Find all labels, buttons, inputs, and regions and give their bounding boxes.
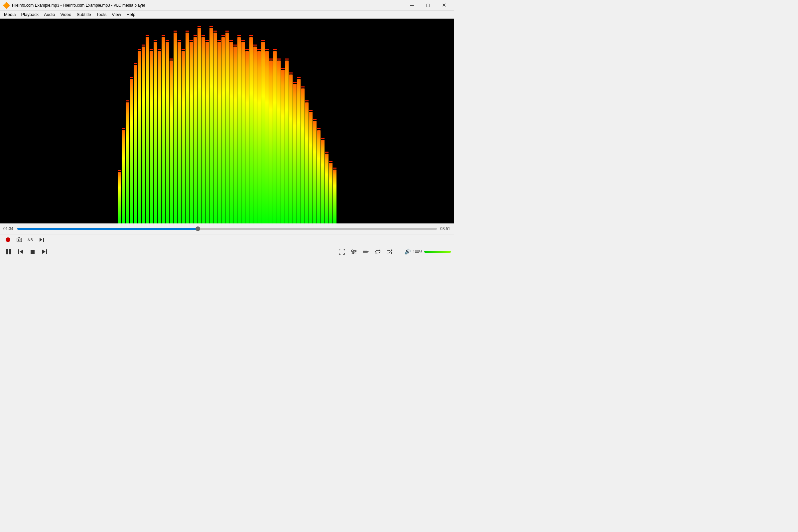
volume-label: 100% — [413, 250, 422, 254]
time-total: 03:51 — [440, 226, 451, 231]
spectrum-bar-26 — [222, 37, 225, 224]
skip-forward-icon — [41, 249, 48, 254]
spectrum-bar-45 — [297, 79, 301, 224]
spectrum-bar-3 — [130, 79, 133, 224]
loop-button[interactable] — [373, 247, 383, 256]
record-icon — [6, 238, 10, 242]
controls-row1: A B — [0, 234, 454, 245]
volume-bar-filled — [424, 251, 451, 253]
random-button[interactable] — [384, 247, 395, 256]
loop-icon — [375, 249, 381, 254]
spectrum-bar-30 — [238, 37, 241, 224]
menu-tools[interactable]: Tools — [94, 11, 109, 18]
spectrum-bar-11 — [162, 37, 165, 224]
menu-audio[interactable]: Audio — [41, 11, 58, 18]
svg-rect-2 — [18, 238, 20, 238]
svg-marker-23 — [367, 251, 369, 253]
spectrum-bar-34 — [253, 46, 257, 224]
spectrum-bar-14 — [174, 33, 177, 224]
spectrum-bar-44 — [293, 84, 297, 224]
svg-rect-6 — [43, 238, 44, 242]
skip-forward-button[interactable] — [39, 247, 50, 256]
playlist-button[interactable] — [360, 247, 371, 256]
spectrum-bar-50 — [317, 130, 321, 224]
spectrum-bar-37 — [265, 51, 269, 224]
seek-bar-filled — [17, 228, 198, 230]
snapshot-icon — [17, 237, 22, 242]
spectrum-bar-33 — [249, 37, 253, 224]
spectrum-bar-52 — [325, 154, 328, 224]
snapshot-button[interactable] — [15, 236, 24, 244]
menu-playback[interactable]: Playback — [18, 11, 41, 18]
maximize-button[interactable]: □ — [420, 0, 436, 11]
svg-rect-9 — [18, 249, 19, 254]
frame-step-button[interactable] — [37, 236, 46, 244]
svg-marker-13 — [42, 249, 45, 254]
menu-subtitle[interactable]: Subtitle — [74, 11, 93, 18]
playlist-icon — [363, 249, 369, 254]
svg-rect-8 — [9, 249, 11, 254]
stop-button[interactable] — [27, 247, 38, 256]
spectrum-bar-13 — [170, 60, 173, 224]
menu-view[interactable]: View — [109, 11, 124, 18]
seek-bar[interactable] — [17, 228, 437, 230]
svg-marker-10 — [20, 249, 23, 254]
volume-icon: 🔊 — [404, 248, 411, 255]
spectrum-bar-28 — [229, 42, 233, 224]
spectrum-bar-9 — [154, 42, 157, 224]
minimize-button[interactable]: ─ — [404, 0, 420, 11]
svg-point-19 — [353, 252, 354, 254]
spectrum-bar-8 — [150, 51, 153, 224]
spectrum-bar-15 — [177, 42, 181, 224]
close-button[interactable]: ✕ — [436, 0, 452, 11]
spectrum-bar-29 — [233, 46, 237, 224]
menu-media[interactable]: Media — [1, 11, 18, 18]
extended-settings-button[interactable] — [348, 247, 359, 256]
vlc-logo-icon: 🔶 — [3, 2, 10, 9]
skip-back-button[interactable] — [15, 247, 26, 256]
svg-rect-12 — [46, 249, 47, 254]
spectrum-bar-41 — [281, 70, 285, 224]
svg-marker-27 — [391, 252, 392, 254]
spectrum-bar-40 — [277, 60, 281, 224]
spectrum-bar-21 — [202, 37, 205, 224]
seek-handle[interactable] — [195, 226, 200, 231]
spectrum-bar-17 — [186, 33, 189, 224]
spectrum-bar-36 — [261, 42, 265, 224]
spectrum-bar-2 — [126, 102, 129, 224]
fullscreen-button[interactable] — [337, 247, 347, 256]
controls-row2: 🔊 100% — [0, 245, 454, 255]
loop-ab-icon: A B — [27, 237, 34, 242]
svg-text:B: B — [31, 238, 33, 242]
extended-settings-icon — [351, 249, 357, 254]
spectrum-bar-12 — [166, 42, 169, 224]
spectrum-bar-22 — [206, 42, 209, 224]
spectrum-bar-7 — [146, 37, 149, 224]
spectrum-bar-25 — [217, 42, 221, 224]
menu-video[interactable]: Video — [58, 11, 74, 18]
svg-rect-0 — [17, 238, 22, 242]
spectrum-bar-47 — [305, 102, 308, 224]
spectrum-bar-31 — [241, 42, 245, 224]
seek-bar-area: 01:34 03:51 — [0, 224, 454, 234]
video-area — [0, 19, 454, 224]
spectrum-bar-16 — [182, 51, 185, 224]
pause-button[interactable] — [3, 247, 14, 256]
spectrum-bar-43 — [289, 75, 292, 224]
svg-point-1 — [18, 239, 20, 241]
menu-help[interactable]: Help — [124, 11, 138, 18]
spectrum-bar-0 — [118, 172, 121, 224]
spectrum-bar-48 — [309, 112, 312, 224]
record-button[interactable] — [3, 236, 13, 244]
spectrum-bar-18 — [190, 42, 193, 224]
svg-rect-7 — [6, 249, 8, 254]
window-title: FileInfo.com Example.mp3 - FileInfo.com … — [12, 3, 145, 8]
spectrum-bar-35 — [258, 51, 261, 224]
spectrum-bar-4 — [134, 65, 137, 224]
svg-text:A: A — [27, 238, 30, 242]
stop-icon — [30, 249, 35, 254]
volume-slider[interactable] — [424, 251, 451, 253]
loop-ab-button[interactable]: A B — [26, 236, 35, 244]
spectrum-bar-39 — [273, 51, 277, 224]
spectrum-bar-10 — [158, 51, 161, 224]
